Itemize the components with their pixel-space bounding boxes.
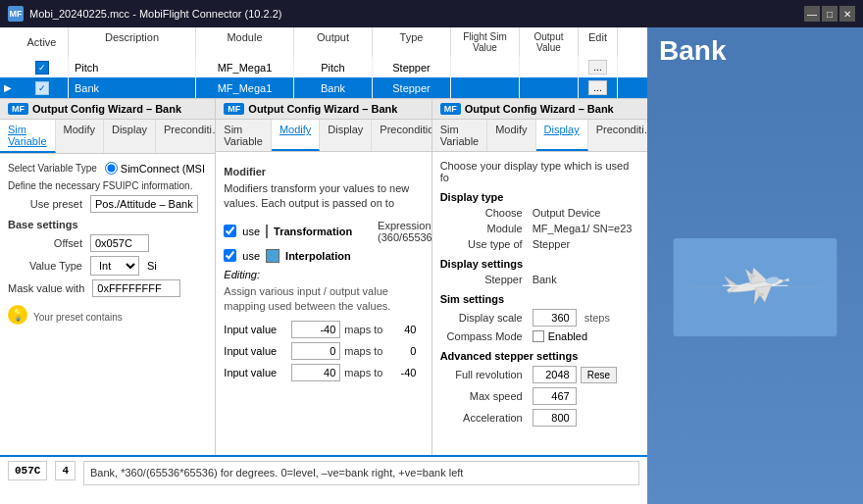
tab-precondition-3[interactable]: Preconditi…: [588, 120, 647, 151]
row-active-bank[interactable]: ✓: [16, 77, 69, 98]
reset-button[interactable]: Rese: [581, 367, 617, 383]
interp-input-3[interactable]: [291, 364, 340, 381]
preset-input[interactable]: [90, 195, 198, 213]
use-label-transform: use: [242, 226, 260, 237]
offset-input[interactable]: [90, 234, 149, 252]
transform-checkbox[interactable]: [224, 225, 236, 237]
radio-group[interactable]: SimConnect (MSI: [105, 162, 205, 175]
tab-simvariable-3[interactable]: Sim Variable: [432, 120, 488, 151]
interp-row-2: Input value maps to 0: [224, 342, 423, 360]
tab-simvariable-2[interactable]: Sim Variable: [216, 120, 272, 151]
radio-simconnect-input[interactable]: [105, 162, 118, 175]
edit-button-pitch[interactable]: ...: [588, 60, 606, 75]
bottom-bar: 057C 4 Bank, *360/(65536*65536) for degr…: [0, 455, 647, 504]
stepper-label: Stepper: [440, 274, 529, 285]
preset-row: Use preset: [8, 195, 207, 213]
tab-display-3[interactable]: Display: [536, 120, 588, 151]
window-controls[interactable]: — □ ✕: [804, 6, 855, 22]
close-button[interactable]: ✕: [839, 6, 855, 22]
table-row[interactable]: ✓ Pitch MF_Mega1 Pitch Stepper ...: [0, 57, 647, 77]
interp-input-2[interactable]: [291, 342, 340, 360]
wizard2-tabs[interactable]: Sim Variable Modify Display Precondition: [216, 120, 431, 152]
col-active: Active: [16, 27, 69, 57]
steps-label: steps: [584, 312, 610, 324]
row-type-pitch: Stepper: [373, 57, 451, 77]
enabled-checkbox[interactable]: [533, 330, 544, 342]
table-header: Active Description Module Output Type Fl…: [0, 27, 647, 57]
col-edit: Edit: [579, 27, 618, 57]
mf-badge-2: MF: [224, 103, 244, 115]
valuetype-row: Value Type Int Si: [8, 256, 207, 276]
airplane-display: [647, 71, 863, 504]
tab-modify-2[interactable]: Modify: [272, 120, 320, 151]
base-settings-header: Base settings: [8, 219, 207, 230]
row-edit-bank[interactable]: ...: [579, 77, 618, 98]
row-module-bank: MF_Mega1: [196, 77, 294, 98]
valuetype-select[interactable]: Int: [90, 256, 139, 276]
edit-button-bank[interactable]: ...: [588, 80, 606, 95]
tab-precondition-2[interactable]: Precondition: [372, 120, 432, 151]
row-edit-pitch[interactable]: ...: [579, 57, 618, 77]
maxspeed-input[interactable]: [533, 387, 577, 405]
maxspeed-label: Max speed: [440, 390, 529, 402]
offset-label: Offset: [8, 237, 86, 249]
interpolation-row: use Interpolation: [224, 249, 423, 263]
main-content: Active Description Module Output Type Fl…: [0, 27, 863, 504]
maximize-button[interactable]: □: [822, 6, 838, 22]
advanced-title: Advanced stepper settings: [440, 350, 639, 362]
wizard3-title: Output Config Wizard – Bank: [465, 103, 614, 115]
valuetype-label: Value Type: [8, 260, 86, 272]
info-icon: 💡: [8, 305, 27, 325]
select-variable-row: Select Variable Type SimConnect (MSI: [8, 162, 207, 175]
accel-label: Acceleration: [440, 412, 529, 424]
select-variable-label: Select Variable Type: [8, 163, 101, 174]
use-label-interp: use: [242, 250, 260, 262]
bank-title: Bank: [647, 27, 863, 71]
table-row-selected[interactable]: ▶ ✓ Bank MF_Mega1 Bank Stepper ...: [0, 77, 647, 98]
tab-modify-3[interactable]: Modify: [487, 120, 535, 151]
transform-label: Transformation: [274, 226, 372, 237]
choose-value: Output Device: [533, 207, 601, 219]
info-row: 💡 Your preset contains: [8, 305, 207, 325]
minimize-button[interactable]: —: [804, 6, 820, 22]
maps-to-3: maps to: [344, 367, 382, 378]
transform-value: Expression: $*(360/65536)/65536: [378, 220, 432, 243]
row-output-pitch: Pitch: [294, 57, 373, 77]
enabled-checkbox-row[interactable]: Enabled: [533, 330, 587, 342]
mask-label: Mask value with: [8, 282, 88, 294]
tab-display-2[interactable]: Display: [320, 120, 372, 151]
interp-edit-title: Editing:: [224, 269, 423, 280]
active-checkbox[interactable]: ✓: [35, 61, 49, 75]
wizards-row: MF Output Config Wizard – Bank Sim Varia…: [0, 99, 647, 455]
fullrev-input[interactable]: [533, 366, 577, 383]
interp-input-label-1: Input value: [224, 324, 287, 335]
transform-color-box: [266, 225, 268, 238]
module-label: Module: [440, 223, 529, 234]
choose-row: Choose Output Device: [440, 207, 639, 219]
interp-checkbox[interactable]: [224, 249, 236, 262]
radio-simconnect[interactable]: SimConnect (MSI: [105, 162, 205, 175]
wizard3-header: MF Output Config Wizard – Bank: [432, 99, 647, 120]
interp-input-1[interactable]: [291, 321, 340, 338]
display-settings-section: Display settings Stepper Bank: [440, 258, 639, 285]
tab-modify-1[interactable]: Modify: [56, 120, 104, 153]
mask-input[interactable]: [92, 279, 180, 297]
wizard3-tabs[interactable]: Sim Variable Modify Display Preconditi…: [432, 120, 647, 152]
wizard-simvariable: MF Output Config Wizard – Bank Sim Varia…: [0, 99, 216, 455]
tab-precondition-1[interactable]: Preconditi…: [156, 120, 216, 153]
modifier-desc: Modifiers transform your values to new v…: [224, 181, 423, 212]
row-active-pitch[interactable]: ✓: [16, 57, 69, 77]
row-flightsim-bank: [451, 77, 520, 98]
output-table: Active Description Module Output Type Fl…: [0, 27, 647, 99]
displayscale-input[interactable]: [533, 309, 577, 327]
accel-input[interactable]: [533, 409, 577, 427]
choose-label: Choose: [440, 207, 529, 219]
transformation-row: use Transformation Expression: $*(360/65…: [224, 220, 423, 243]
active-checkbox-bank[interactable]: ✓: [35, 81, 49, 95]
maps-to-2: maps to: [344, 345, 382, 357]
tab-display-1[interactable]: Display: [104, 120, 156, 153]
col-type: Type: [373, 27, 451, 57]
modifier-title: Modifier: [224, 166, 423, 177]
tab-simvariable-1[interactable]: Sim Variable: [0, 120, 56, 153]
wizard1-tabs[interactable]: Sim Variable Modify Display Preconditi…: [0, 120, 215, 154]
